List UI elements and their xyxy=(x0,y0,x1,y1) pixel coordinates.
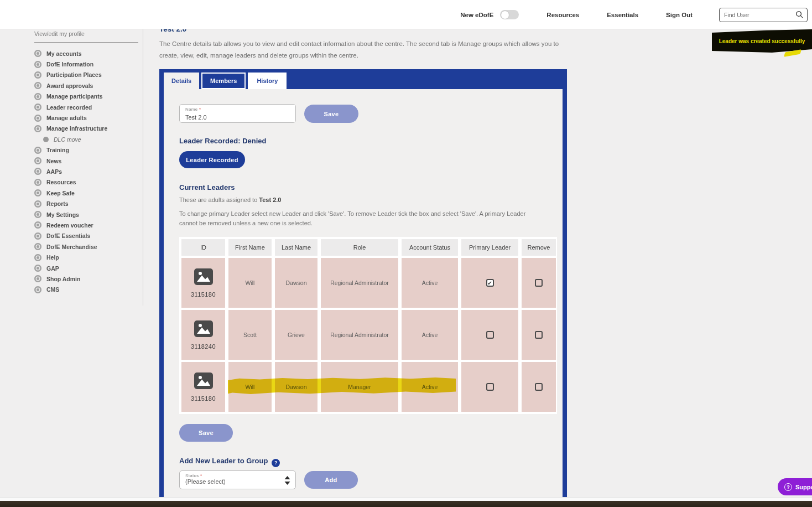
sidebar-item-reports[interactable]: Reports xyxy=(34,198,139,209)
sidebar-item-label: My accounts xyxy=(46,50,82,57)
menu-bullet-icon xyxy=(34,50,41,57)
sidebar-item-cms[interactable]: CMS xyxy=(34,284,139,295)
toast-message: Leader was created successfully xyxy=(719,38,805,44)
status-label: Status * xyxy=(185,473,291,478)
id-cell: 3115180 xyxy=(181,362,225,412)
bottom-dark-bar xyxy=(0,501,812,507)
sidebar-item-manage-adults[interactable]: Manage adults xyxy=(34,112,139,123)
primary-leader-checkbox[interactable]: ✔ xyxy=(486,279,494,287)
sidebar-item-manage-infrastructure[interactable]: Manage infrastructure xyxy=(34,123,139,134)
nav-essentials[interactable]: Essentials xyxy=(607,12,638,18)
remove-checkbox[interactable] xyxy=(535,331,543,339)
save-leaders-button[interactable]: Save xyxy=(179,424,233,442)
name-field-label: Name * xyxy=(185,107,291,112)
search-input[interactable] xyxy=(724,12,795,18)
new-edofe-label: New eDofE xyxy=(460,12,493,18)
photo-icon xyxy=(194,320,213,337)
sidebar-item-help[interactable]: Help xyxy=(34,252,139,262)
assigned-text: These are adults assigned to Test 2.0 xyxy=(179,196,281,203)
sidebar-item-aaps[interactable]: AAPs xyxy=(34,166,139,177)
tab-members[interactable]: Members xyxy=(201,73,246,89)
sidebar-item-label: Help xyxy=(46,254,59,261)
table-header-row: IDFirst NameLast NameRoleAccount StatusP… xyxy=(181,239,555,256)
account-status-cell: Active xyxy=(402,310,458,360)
current-leaders-heading: Current Leaders xyxy=(179,183,235,192)
assigned-group-name: Test 2.0 xyxy=(259,196,281,203)
tab-details[interactable]: Details xyxy=(164,73,199,89)
menu-bullet-icon xyxy=(34,179,41,186)
primary-leader-cell: ✔ xyxy=(461,258,518,308)
primary-leader-cell xyxy=(461,310,518,360)
sidebar-item-label: Manage participants xyxy=(46,93,103,100)
primary-leader-checkbox[interactable] xyxy=(486,383,494,391)
sidebar-item-label: Participation Places xyxy=(46,71,102,78)
column-header-primary-leader: Primary Leader xyxy=(461,239,518,256)
support-button[interactable]: ? Support xyxy=(778,478,812,495)
page-description: The Centre details tab allows you to vie… xyxy=(159,38,563,62)
menu-bullet-icon xyxy=(34,286,41,293)
sidebar-item-participation-places[interactable]: Participation Places xyxy=(34,70,139,80)
column-header-id: ID xyxy=(181,239,225,256)
sidebar-item-training[interactable]: Training xyxy=(34,145,139,156)
leader-recorded-button[interactable]: Leader Recorded xyxy=(179,151,245,168)
leader-id: 3115180 xyxy=(191,395,216,402)
sidebar-item-label: Manage adults xyxy=(46,115,87,121)
remove-checkbox[interactable] xyxy=(535,279,543,287)
last-name-cell: Dawson xyxy=(275,362,317,412)
sidebar-item-dofe-essentials[interactable]: DofE Essentials xyxy=(34,231,139,241)
last-name-cell: Dawson xyxy=(275,258,317,308)
new-edofe-toggle[interactable] xyxy=(500,10,519,19)
first-name-cell: Will xyxy=(228,362,272,412)
sidebar-item-label: Keep Safe xyxy=(46,190,75,196)
menu-bullet-icon xyxy=(34,232,41,240)
sidebar: View/edit my profile My accountsDofE Inf… xyxy=(34,22,139,295)
account-status-cell: Active xyxy=(402,362,458,412)
sidebar-item-label: My Settings xyxy=(46,211,79,218)
view-edit-profile-link[interactable]: View/edit my profile xyxy=(34,30,139,37)
sidebar-item-label: Training xyxy=(46,147,69,153)
group-name-field[interactable]: Name * xyxy=(179,104,296,123)
sidebar-item-label: Shop Admin xyxy=(46,276,80,282)
sidebar-item-dofe-information[interactable]: DofE Information xyxy=(34,59,139,69)
status-value: (Please select) xyxy=(185,478,291,485)
sidebar-item-dlc-move[interactable]: DLC move xyxy=(34,134,139,144)
sidebar-item-keep-safe[interactable]: Keep Safe xyxy=(34,188,139,198)
leader-id: 3115180 xyxy=(191,291,216,298)
menu-bullet-icon xyxy=(43,137,49,142)
sidebar-item-leader-recorded[interactable]: Leader recorded xyxy=(34,102,139,112)
column-header-role: Role xyxy=(321,239,398,256)
first-name-cell: Scott xyxy=(228,310,272,360)
nav-sign-out[interactable]: Sign Out xyxy=(666,12,693,18)
sidebar-item-my-accounts[interactable]: My accounts xyxy=(34,48,139,59)
add-leader-heading: Add New Leader to Group? xyxy=(179,457,280,467)
add-leader-button[interactable]: Add xyxy=(304,471,358,489)
primary-leader-checkbox[interactable] xyxy=(486,331,494,339)
sidebar-item-dofe-merchandise[interactable]: DofE Merchandise xyxy=(34,241,139,252)
toggle-knob xyxy=(501,11,509,19)
sidebar-item-news[interactable]: News xyxy=(34,156,139,166)
sidebar-item-redeem-voucher[interactable]: Redeem voucher xyxy=(34,220,139,230)
first-name-cell: Will xyxy=(228,258,272,308)
sidebar-divider xyxy=(34,42,138,43)
sidebar-item-label: Leader recorded xyxy=(46,104,92,111)
sidebar-item-label: GAP xyxy=(46,265,59,272)
menu-bullet-icon xyxy=(34,125,41,132)
sidebar-item-label: Manage infrastructure xyxy=(46,125,107,132)
save-name-button[interactable]: Save xyxy=(304,105,358,123)
sidebar-item-manage-participants[interactable]: Manage participants xyxy=(34,91,139,102)
tab-history[interactable]: History xyxy=(248,73,287,89)
sidebar-item-my-settings[interactable]: My Settings xyxy=(34,209,139,220)
sidebar-item-gap[interactable]: GAP xyxy=(34,263,139,273)
menu-bullet-icon xyxy=(34,275,41,282)
sidebar-item-label: Award approvals xyxy=(46,82,93,89)
photo-icon xyxy=(194,268,213,285)
sidebar-item-resources[interactable]: Resources xyxy=(34,177,139,188)
help-icon[interactable]: ? xyxy=(272,459,280,467)
find-user-search[interactable] xyxy=(719,8,808,22)
name-input[interactable] xyxy=(185,114,291,121)
remove-checkbox[interactable] xyxy=(535,383,543,391)
sidebar-item-award-approvals[interactable]: Award approvals xyxy=(34,80,139,91)
nav-resources[interactable]: Resources xyxy=(546,12,579,18)
status-select[interactable]: Status * (Please select) xyxy=(179,470,296,489)
sidebar-item-shop-admin[interactable]: Shop Admin xyxy=(34,273,139,284)
